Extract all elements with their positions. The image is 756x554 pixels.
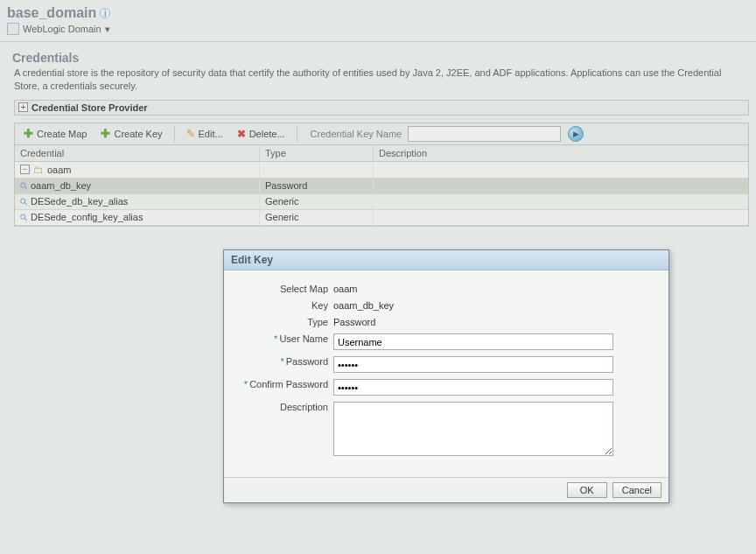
- row-desc: [374, 210, 748, 225]
- row-type: [260, 162, 374, 178]
- label-password: Password: [286, 356, 328, 367]
- chevron-down-icon: ▾: [105, 24, 110, 35]
- table-row[interactable]: ⚲ oaam_db_key Password: [15, 179, 748, 194]
- table-row[interactable]: ⚲ DESede_config_key_alias Generic: [15, 210, 748, 226]
- value-type: Password: [333, 314, 660, 327]
- row-desc: [374, 194, 748, 209]
- credential-key-search-input[interactable]: [408, 126, 561, 142]
- credentials-table: Credential Type Description − 🗀 oaam ⚲ o…: [14, 145, 749, 227]
- expand-icon[interactable]: +: [18, 102, 28, 112]
- col-description[interactable]: Description: [374, 145, 748, 161]
- row-name: DESede_config_key_alias: [31, 212, 143, 222]
- row-desc: [374, 162, 748, 178]
- credential-store-provider[interactable]: + Credential Store Provider: [14, 100, 749, 116]
- domain-title: base_domain i: [7, 5, 749, 21]
- confirm-password-input[interactable]: [333, 379, 613, 396]
- folder-icon: 🗀: [33, 164, 44, 176]
- domain-icon: [7, 23, 19, 35]
- toolbar: ✚ Create Map ✚ Create Key ✎ Edit... ✖ De…: [14, 123, 749, 145]
- edit-key-dialog: Edit Key Select Map oaam Key oaam_db_key…: [223, 249, 669, 503]
- label-confirm-password: Confirm Password: [249, 379, 328, 389]
- key-icon: ⚲: [18, 179, 31, 193]
- page-title: Credentials: [12, 51, 749, 65]
- label-select-map: Select Map: [233, 281, 333, 294]
- label-key: Key: [233, 298, 333, 311]
- value-key: oaam_db_key: [333, 298, 660, 311]
- edit-button[interactable]: ✎ Edit...: [181, 126, 228, 142]
- separator: [174, 126, 175, 142]
- domain-title-text: base_domain: [7, 5, 96, 21]
- password-input[interactable]: [333, 356, 613, 373]
- collapse-icon[interactable]: −: [20, 165, 30, 174]
- label-description: Description: [233, 399, 333, 412]
- dialog-title: Edit Key: [224, 250, 668, 270]
- row-desc: [374, 179, 748, 193]
- delete-button[interactable]: ✖ Delete...: [232, 126, 290, 142]
- key-icon: ⚲: [18, 195, 31, 208]
- label-username: User Name: [279, 333, 328, 344]
- breadcrumb[interactable]: WebLogic Domain ▾: [7, 23, 749, 35]
- plus-icon: ✚: [24, 128, 33, 139]
- info-icon[interactable]: i: [100, 8, 110, 18]
- row-type: Password: [260, 179, 374, 193]
- row-name: oaam: [47, 165, 72, 175]
- ok-button[interactable]: OK: [567, 482, 607, 498]
- table-header: Credential Type Description: [15, 145, 748, 162]
- label-type: Type: [233, 314, 333, 327]
- search-label: Credential Key Name: [311, 129, 402, 139]
- row-name: oaam_db_key: [31, 180, 91, 191]
- row-name: DESede_db_key_alias: [31, 196, 128, 207]
- col-type[interactable]: Type: [260, 145, 374, 161]
- separator: [297, 126, 298, 142]
- table-row[interactable]: ⚲ DESede_db_key_alias Generic: [15, 194, 748, 210]
- cancel-button[interactable]: Cancel: [612, 482, 662, 498]
- username-input[interactable]: [333, 333, 613, 350]
- breadcrumb-label: WebLogic Domain: [23, 24, 102, 34]
- delete-icon: ✖: [237, 128, 246, 140]
- create-map-button[interactable]: ✚ Create Map: [18, 126, 92, 141]
- plus-icon: ✚: [101, 128, 110, 139]
- row-type: Generic: [260, 194, 374, 209]
- search-go-button[interactable]: ▶: [568, 126, 584, 142]
- create-key-button[interactable]: ✚ Create Key: [95, 126, 167, 141]
- row-type: Generic: [260, 210, 374, 225]
- key-icon: ⚲: [18, 211, 31, 224]
- pencil-icon: ✎: [186, 128, 195, 140]
- table-row[interactable]: − 🗀 oaam: [15, 162, 748, 179]
- description-textarea[interactable]: [333, 402, 613, 456]
- value-select-map: oaam: [333, 281, 660, 294]
- col-credential[interactable]: Credential: [15, 145, 260, 161]
- page-description: A credential store is the repository of …: [14, 67, 749, 93]
- provider-label: Credential Store Provider: [32, 102, 148, 113]
